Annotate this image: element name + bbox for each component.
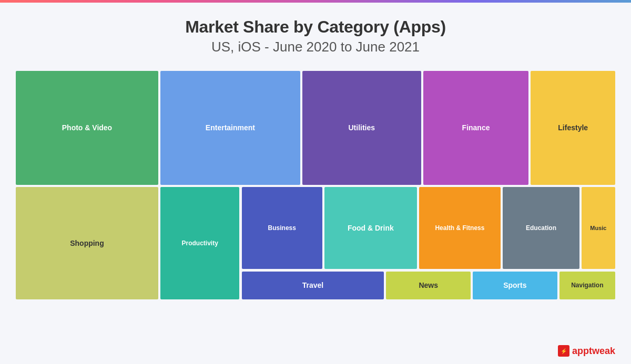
brand-name: apptweak (572, 346, 615, 357)
treemap-cell-business: Business (242, 187, 323, 269)
treemap-label-food-drink: Food & Drink (348, 224, 394, 232)
treemap-label-health-fitness: Health & Fitness (435, 224, 484, 232)
treemap-cell-music: Music (582, 187, 615, 269)
treemap-cell-education: Education (503, 187, 579, 269)
treemap-label-music: Music (590, 225, 606, 231)
treemap-cell-sports: Sports (473, 272, 557, 299)
treemap-label-education: Education (526, 224, 556, 232)
treemap-label-shopping: Shopping (70, 239, 104, 247)
treemap-cell-finance: Finance (423, 71, 529, 185)
treemap-label-travel: Travel (302, 281, 323, 289)
treemap-label-lifestyle: Lifestyle (558, 123, 588, 132)
treemap-cell-news: News (386, 272, 471, 299)
treemap-cell-photo-video: Photo & Video (16, 71, 158, 185)
brand-icon: ⚡ (558, 345, 569, 357)
treemap-cell-travel: Travel (242, 272, 384, 299)
header: Market Share by Category (Apps) US, iOS … (0, 3, 631, 66)
treemap-label-photo-video: Photo & Video (62, 123, 112, 132)
treemap-label-sports: Sports (503, 281, 526, 289)
treemap-cell-productivity: Productivity (160, 187, 240, 299)
treemap-label-productivity: Productivity (182, 240, 218, 247)
treemap-label-news: News (419, 281, 438, 289)
treemap-label-finance: Finance (462, 123, 490, 132)
chart-subtitle: US, iOS - June 2020 to June 2021 (0, 39, 631, 55)
treemap-label-utilities: Utilities (349, 123, 375, 132)
chart-title: Market Share by Category (Apps) (0, 17, 631, 37)
treemap-label-navigation: Navigation (571, 282, 603, 289)
treemap-grid: Photo & VideoShoppingEntertainmentProduc… (16, 71, 615, 299)
treemap-cell-entertainment: Entertainment (160, 71, 300, 185)
treemap-label-business: Business (268, 224, 296, 232)
treemap-cell-navigation: Navigation (559, 272, 615, 299)
treemap-label-entertainment: Entertainment (206, 123, 255, 132)
treemap-cell-health-fitness: Health & Fitness (419, 187, 501, 269)
brand-logo: ⚡ apptweak (558, 345, 615, 357)
treemap-cell-food-drink: Food & Drink (324, 187, 417, 269)
treemap-cell-shopping: Shopping (16, 187, 158, 299)
treemap-cell-lifestyle: Lifestyle (531, 71, 615, 185)
treemap-cell-utilities: Utilities (302, 71, 421, 185)
